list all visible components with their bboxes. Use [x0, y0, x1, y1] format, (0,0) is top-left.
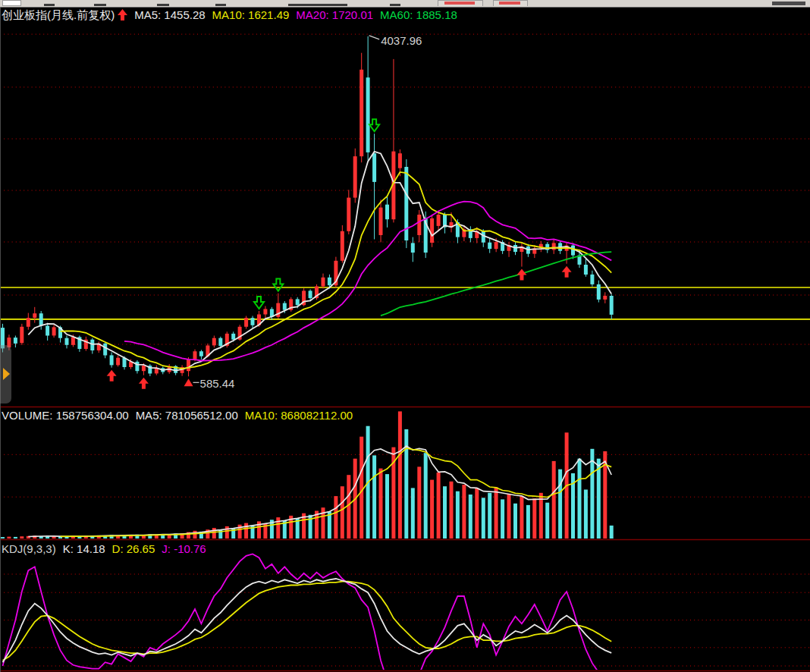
menu-item-fragment[interactable] [215, 4, 226, 6]
expand-arrow-icon [3, 368, 10, 380]
menu-red-button-1[interactable] [438, 0, 483, 6]
menu-bar [0, 0, 810, 8]
volume-ma10-readout: MA10: 868082112.00 [245, 409, 353, 422]
red-text-fragment [444, 2, 475, 5]
ma60-readout: MA60: 1885.18 [380, 8, 457, 21]
symbol-title: 创业板指(月线.前复权) [2, 8, 115, 21]
menu-right-fragment [772, 2, 805, 5]
volume-header: VOLUME: 158756304.00MA5: 781056512.00MA1… [2, 409, 359, 422]
red-text-fragment [499, 2, 520, 5]
volume-pane[interactable] [0, 407, 810, 540]
kdj-pane[interactable] [0, 541, 810, 672]
menu-icon-box[interactable] [2, 0, 21, 6]
ma5-readout: MA5: 1455.28 [134, 8, 205, 21]
side-panel-handle[interactable] [0, 345, 11, 404]
k-readout: K: 14.18 [63, 542, 105, 555]
menu-item-fragment[interactable] [390, 4, 400, 6]
volume-ma5-readout: MA5: 781056512.00 [136, 409, 238, 422]
menu-item-fragment[interactable] [44, 4, 55, 6]
kdj-name: KDJ(9,3,3) [2, 542, 56, 555]
ma10-readout: MA10: 1621.49 [212, 8, 290, 21]
menu-item-fragment[interactable] [157, 4, 169, 6]
trough-price-label: 585.44 [200, 377, 235, 390]
chart-area: 创业板指(月线.前复权)MA5: 1455.28MA10: 1621.49MA2… [0, 7, 810, 672]
volume-readout: VOLUME: 158756304.00 [2, 409, 129, 422]
main-chart-header: 创业板指(月线.前复权)MA5: 1455.28MA10: 1621.49MA2… [2, 8, 464, 23]
menu-item-fragment[interactable] [288, 4, 347, 6]
kdj-header: KDJ(9,3,3)K: 14.18D: 26.65J: -10.76 [2, 542, 213, 555]
main-chart-pane[interactable] [0, 7, 810, 407]
menu-red-button-2[interactable] [493, 0, 528, 6]
ma20-readout: MA20: 1720.01 [296, 8, 373, 21]
d-readout: D: 26.65 [112, 542, 155, 555]
trend-up-arrow-icon [118, 9, 127, 23]
app-window: 创业板指(月线.前复权)MA5: 1455.28MA10: 1621.49MA2… [0, 0, 810, 672]
peak-price-label: 4037.96 [381, 34, 422, 47]
j-readout: J: -10.76 [162, 542, 206, 555]
menu-item-fragment[interactable] [94, 4, 106, 6]
